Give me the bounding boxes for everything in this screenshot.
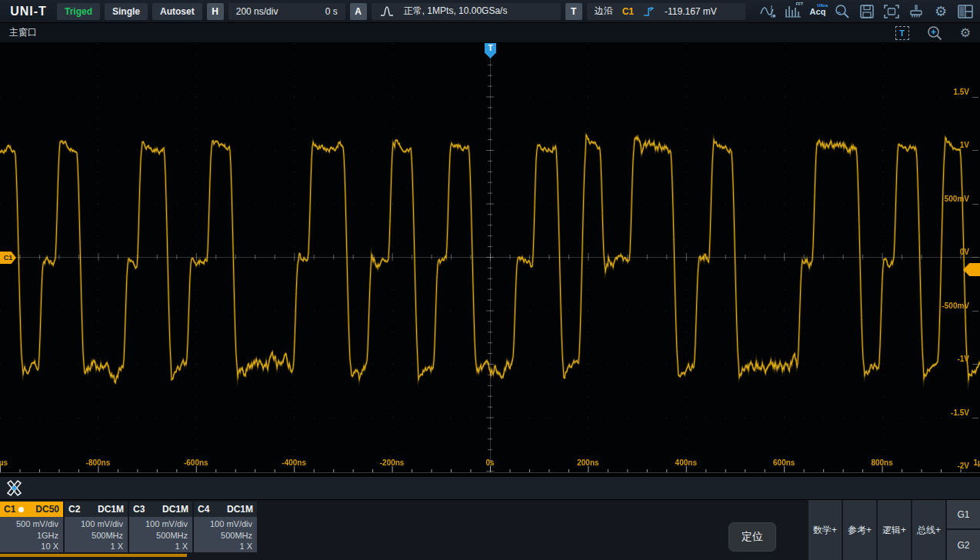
channel-bandwidth: 1GHz bbox=[0, 530, 58, 542]
rising-edge-icon bbox=[643, 5, 655, 18]
trigger-menu-chip[interactable]: T bbox=[565, 3, 582, 20]
group1-button[interactable]: G1 bbox=[947, 500, 980, 528]
time-label: 800ns bbox=[871, 458, 892, 467]
channel-probe: 1 X bbox=[129, 541, 188, 552]
voltage-tick bbox=[972, 204, 978, 205]
screenshot-icon[interactable] bbox=[882, 2, 902, 21]
channel-id: C1 bbox=[4, 504, 15, 515]
group2-button[interactable]: G2 bbox=[947, 530, 980, 560]
annotation-tools-row bbox=[0, 477, 980, 500]
voltage-label: 1.5V bbox=[953, 88, 969, 96]
display-settings-gear-icon[interactable]: ⚙ bbox=[960, 26, 971, 40]
unit-logo: UNI-T bbox=[5, 5, 52, 18]
waveform-display[interactable]: T C1 1.5V1V500mV0V-500mV-1V-1.5V-2V -1µs… bbox=[0, 43, 980, 477]
channel-scale: 100 mV/div bbox=[129, 518, 188, 530]
voltage-tick bbox=[972, 97, 978, 98]
voltage-tick bbox=[972, 311, 978, 312]
voltage-label: -500mV bbox=[942, 302, 969, 310]
channel-scale: 500 mV/div bbox=[0, 518, 58, 530]
horizontal-offset-value: 0 s bbox=[325, 6, 338, 17]
pulse-icon bbox=[379, 5, 395, 18]
channel-box-c4[interactable]: C4DC1M 100 mV/div500MHz1 X bbox=[194, 502, 257, 552]
channel-bandwidth: 500MHz bbox=[65, 530, 123, 542]
trigger-source: C1 bbox=[622, 6, 634, 17]
channel-strip-scrollbar[interactable] bbox=[0, 554, 187, 557]
fft-icon[interactable]: FFT bbox=[783, 2, 803, 21]
zoom-in-icon[interactable] bbox=[926, 25, 943, 42]
time-label: -1µs bbox=[0, 458, 8, 467]
channel-id: C3 bbox=[133, 504, 145, 515]
channel-box-c3[interactable]: C3DC1M 100 mV/div500MHz1 X bbox=[129, 502, 192, 552]
channel-coupling: DC1M bbox=[162, 504, 188, 515]
timebase-panel[interactable]: 200 ns/div 0 s bbox=[228, 3, 345, 20]
channel-coupling: DC1M bbox=[98, 504, 124, 515]
settings-gear-icon[interactable]: ⚙ bbox=[931, 2, 951, 21]
timebase-value: 200 ns/div bbox=[236, 6, 278, 17]
save-icon[interactable] bbox=[857, 2, 877, 21]
acquire-info: 正常, 1MPts, 10.00GSa/s bbox=[404, 5, 508, 18]
search-icon[interactable] bbox=[832, 2, 852, 21]
single-button[interactable]: Single bbox=[105, 3, 148, 20]
time-label: -600ns bbox=[184, 458, 208, 467]
trigger-panel[interactable]: 边沿 C1 -119.167 mV bbox=[587, 3, 745, 20]
channel-scale: 100 mV/div bbox=[194, 518, 252, 530]
channel-coupling: DC50 bbox=[35, 504, 59, 515]
annotation-pens-icon[interactable] bbox=[5, 479, 25, 498]
display-layout-icon[interactable] bbox=[955, 2, 975, 21]
channel-probe: 10 X bbox=[0, 541, 58, 552]
ultra-acquire-icon[interactable]: Acq Ultra bbox=[808, 2, 828, 21]
oscilloscope-app: { "toolbar": { "logo": "UNI-T", "trigger… bbox=[0, 0, 980, 560]
channel-probe: 1 X bbox=[65, 541, 123, 552]
channel-bandwidth: 500MHz bbox=[129, 530, 188, 542]
autoset-button[interactable]: Autoset bbox=[152, 3, 202, 20]
horizontal-menu-chip[interactable]: H bbox=[207, 3, 224, 20]
measure-icon[interactable] bbox=[758, 2, 778, 21]
channel-id: C4 bbox=[198, 504, 209, 515]
channel-scale: 100 mV/div bbox=[65, 518, 123, 530]
toolbar-icons: FFT Acq Ultra ⚙ bbox=[758, 2, 975, 21]
acquire-menu-chip[interactable]: A bbox=[350, 3, 367, 20]
window-title: 主窗口 bbox=[9, 26, 37, 39]
channel-probe: 1 X bbox=[194, 541, 252, 552]
voltage-label: -1V bbox=[957, 355, 969, 363]
time-label: -400ns bbox=[282, 458, 306, 467]
channel-id: C2 bbox=[68, 504, 80, 515]
trigger-level-value: -119.167 mV bbox=[665, 6, 717, 17]
reference-menu-button[interactable]: 参考+ bbox=[843, 500, 876, 560]
voltage-tick bbox=[972, 364, 978, 365]
voltage-tick bbox=[972, 150, 978, 151]
time-label: 200ns bbox=[577, 458, 598, 467]
voltage-label: -2V bbox=[957, 462, 969, 470]
bottom-bar: C1DC50 500 mV/div1GHz10 X C2DC1M 100 mV/… bbox=[0, 500, 980, 560]
main-toolbar: UNI-T Triged Single Autoset H 200 ns/div… bbox=[0, 0, 980, 23]
time-label: -200ns bbox=[380, 458, 405, 467]
annotation-select-icon[interactable]: T bbox=[895, 26, 909, 40]
acquire-panel[interactable]: 正常, 1MPts, 10.00GSa/s bbox=[372, 3, 561, 20]
voltage-label: 500mV bbox=[945, 195, 969, 203]
trigger-type: 边沿 bbox=[595, 5, 613, 18]
time-label: 400ns bbox=[675, 458, 697, 467]
channel-active-dot bbox=[18, 507, 24, 512]
math-menu-button[interactable]: 数学+ bbox=[808, 500, 842, 560]
voltage-label: -1.5V bbox=[951, 408, 969, 417]
window-bar-icons: T ⚙ bbox=[895, 25, 971, 42]
voltage-tick bbox=[972, 418, 978, 418]
channel-box-c2[interactable]: C2DC1M 100 mV/div500MHz1 X bbox=[65, 502, 128, 552]
window-bar: 主窗口 T ⚙ bbox=[0, 23, 980, 43]
channel-coupling: DC1M bbox=[227, 504, 253, 515]
voltage-label: 1V bbox=[960, 141, 969, 149]
trigger-status-button[interactable]: Triged bbox=[57, 3, 100, 20]
channel-bandwidth: 500MHz bbox=[194, 530, 252, 542]
channel-box-c1[interactable]: C1DC50 500 mV/div1GHz10 X bbox=[0, 502, 63, 552]
voltage-tick bbox=[972, 257, 978, 258]
time-label: 600ns bbox=[773, 458, 795, 467]
waveform-canvas[interactable] bbox=[0, 43, 980, 477]
locate-button[interactable]: 定位 bbox=[728, 522, 776, 552]
logic-menu-button[interactable]: 逻辑+ bbox=[878, 500, 911, 560]
bus-menu-button[interactable]: 总线+ bbox=[912, 500, 945, 560]
time-label: 0s bbox=[485, 458, 494, 467]
voltage-label: 0V bbox=[960, 248, 969, 256]
print-icon[interactable] bbox=[906, 2, 926, 21]
time-label: 1µs bbox=[974, 458, 980, 467]
time-label: -800ns bbox=[86, 458, 111, 467]
